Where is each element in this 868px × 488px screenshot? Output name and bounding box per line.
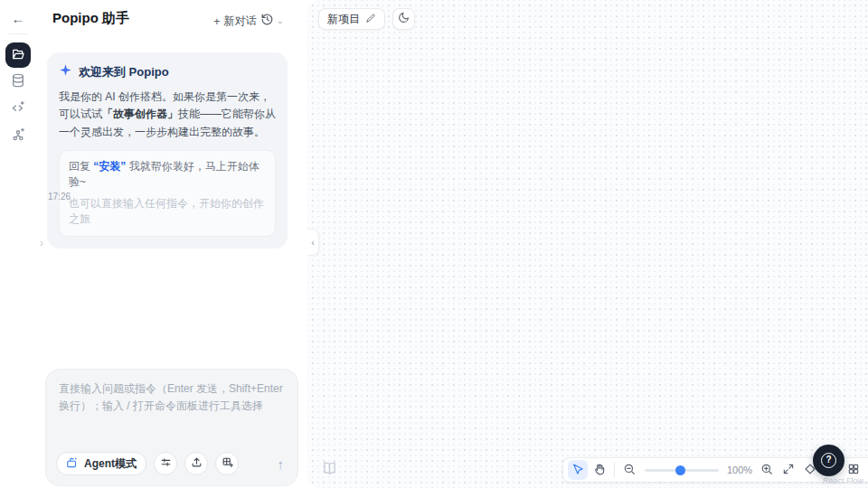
zoom-out-button[interactable] [619,460,639,480]
fit-view-button[interactable] [778,460,798,480]
project-name-pill[interactable]: 新项目 [318,8,385,30]
tune-settings-button[interactable] [154,452,177,475]
new-chat-button[interactable]: + 新对话 [213,12,257,30]
project-name: 新项目 [327,12,360,27]
new-chat-label: 新对话 [224,14,257,29]
upload-icon [191,456,203,471]
agent-mode-label: Agent模式 [84,456,137,472]
grid-squares-icon [847,463,860,478]
history-icon [260,13,274,29]
zoom-slider-thumb[interactable] [675,465,685,475]
canvas-topbar: 新项目 [318,8,415,30]
chevron-down-icon: ⌄ [277,16,284,25]
dark-mode-toggle[interactable] [392,8,415,30]
agent-icon [66,456,79,472]
folder-open-icon [11,47,25,64]
hint-prefix: 回复 [69,160,93,173]
moon-icon [398,12,410,26]
zoom-level-label: 100% [724,465,755,475]
plus-icon: + [213,14,221,28]
message-timestamp: 17:26 [48,192,71,202]
sparkle-icon [59,63,72,80]
sliders-icon [160,456,172,471]
chat-panel: Popipo 助手 + 新对话 ⌄ 欢迎来到 Popipo 我是你的 AI 创作… [36,0,307,488]
rail-divider [8,33,28,34]
welcome-body: 我是你的 AI 创作搭档。如果你是第一次来，可以试试「故事创作器」技能——它能帮… [59,89,276,141]
nodes-plus-icon [11,127,25,145]
history-button[interactable]: ⌄ [260,11,284,31]
add-widget-button[interactable] [215,452,239,475]
icon-rail: ← [0,0,36,488]
welcome-message-card: 欢迎来到 Popipo 我是你的 AI 创作搭档。如果你是第一次来，可以试试「故… [47,52,288,249]
sidebar-item-workflow[interactable] [5,123,31,148]
zoom-out-icon [623,463,636,478]
flow-canvas[interactable] [307,0,868,488]
book-open-icon [322,465,337,479]
pan-tool-button[interactable] [590,460,609,480]
chat-title: Popipo 助手 [52,10,129,27]
welcome-hint-box: 回复 “安装” 我就帮你装好，马上开始体验~ 也可以直接输入任何指令，开始你的创… [59,150,276,237]
question-mark-icon: ? [821,453,836,468]
minimap-toggle[interactable] [318,461,340,479]
help-button[interactable]: ? [813,445,844,476]
back-button[interactable]: ← [7,8,29,30]
zoom-in-icon [760,463,773,478]
chat-collapse-handle[interactable]: ‹ [307,229,319,256]
sidebar-item-projects[interactable] [5,42,31,68]
hint-line-2: 也可以直接输入任何指令，开始你的创作之旅 [69,196,266,227]
hand-icon [593,463,606,478]
react-flow-attribution: React Flow [823,476,863,485]
welcome-body-bold: 「故事创作器」 [102,108,178,120]
grid-plus-icon [222,456,233,471]
sidebar-item-database[interactable] [5,69,31,94]
pointer-tool-button[interactable] [568,460,588,480]
database-icon [11,73,25,90]
zoom-slider[interactable] [645,460,719,480]
welcome-title: 欢迎来到 Popipo [79,64,169,80]
upload-button[interactable] [184,452,208,475]
toolbar-divider [614,463,615,477]
hint-line-1: 回复 “安装” 我就帮你装好，马上开始体验~ [69,159,266,190]
cursor-icon [571,463,584,478]
hint-keyword: “安装” [93,160,126,173]
composer-toolbar: Agent模式 ↑ [56,451,288,476]
send-button[interactable]: ↑ [274,456,288,472]
pencil-icon [365,13,376,26]
zoom-in-button[interactable] [757,460,777,480]
composer[interactable]: 直接输入问题或指令（Enter 发送，Shift+Enter 换行）；输入 / … [45,369,298,486]
agent-mode-button[interactable]: Agent模式 [56,452,146,475]
rail-expand-handle[interactable]: › [36,231,47,255]
welcome-header: 欢迎来到 Popipo [59,63,276,80]
expand-arrows-icon [782,463,795,478]
composer-placeholder: 直接输入问题或指令（Enter 发送，Shift+Enter 换行）；输入 / … [46,370,297,415]
sidebar-item-code[interactable] [5,96,31,121]
code-plus-icon [11,100,25,117]
